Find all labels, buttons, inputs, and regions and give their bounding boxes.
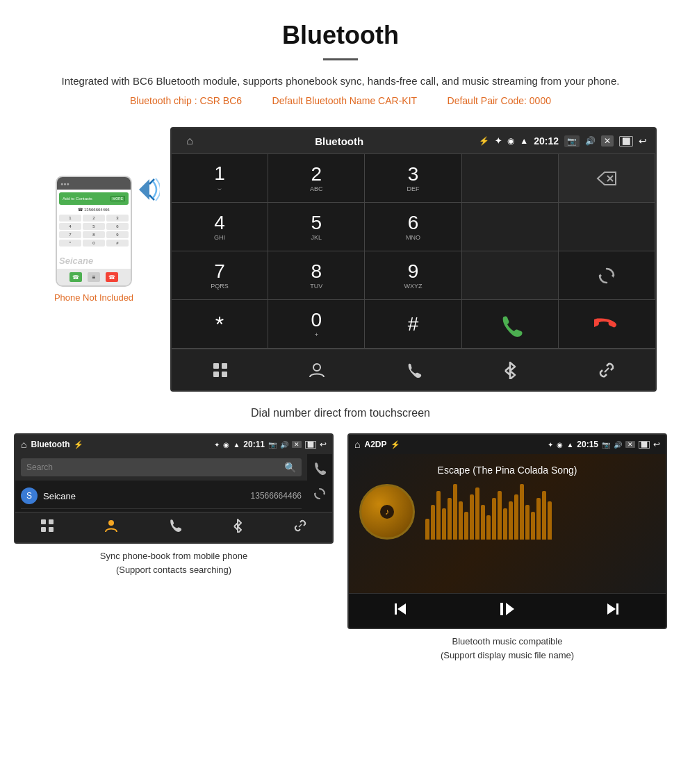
dialpad-key-2[interactable]: 2ABC <box>268 154 365 203</box>
phone-key-7[interactable]: 7 <box>59 231 81 238</box>
home-button[interactable]: ⌂ <box>180 131 199 151</box>
music-caption: Bluetooth music compatible (Support disp… <box>441 635 574 662</box>
pb-link-btn2[interactable] <box>293 519 307 536</box>
phone-end-btn[interactable]: ☎ <box>106 272 118 282</box>
music-body: Escape (The Pina Colada Song) ♪ <box>349 454 666 593</box>
music-visualizer <box>425 484 655 540</box>
page-title: Bluetooth <box>42 21 639 50</box>
phone-btn[interactable] <box>396 353 431 387</box>
pb-vol-icon[interactable]: 🔊 <box>280 441 288 449</box>
vis-bar <box>548 501 552 540</box>
svg-rect-13 <box>41 519 46 524</box>
music-disc-inner: ♪ <box>380 505 394 519</box>
svg-rect-14 <box>49 519 54 524</box>
dialpad-key-7[interactable]: 7PQRS <box>172 251 268 300</box>
pb-person-btn[interactable] <box>104 518 118 537</box>
music-prev-btn[interactable] <box>393 601 410 622</box>
dialpad-key-0[interactable]: 0+ <box>268 300 365 349</box>
spec-code: Default Pair Code: 0000 <box>448 95 551 106</box>
back-icon[interactable]: ↩ <box>639 135 647 147</box>
phone-key-3[interactable]: 3 <box>106 215 129 222</box>
description: Integrated with BC6 Bluetooth module, su… <box>42 73 639 90</box>
dialpad-empty-1 <box>462 154 559 203</box>
music-next-btn[interactable] <box>605 601 621 622</box>
dialpad-key-8[interactable]: 8TUV <box>268 251 365 300</box>
volume-icon[interactable]: 🔊 <box>585 136 596 146</box>
music-win-icon[interactable]: ⬜ <box>639 441 650 449</box>
dialpad-call-red-cell[interactable] <box>559 300 655 349</box>
phone-illustration: ●●● Add to Contacts MORE ☎ 13566664466 1… <box>56 155 132 287</box>
pb-win-icon[interactable]: ⬜ <box>305 441 316 449</box>
pb-grid-btn[interactable] <box>40 519 54 536</box>
music-playpause-btn[interactable] <box>499 601 516 622</box>
phone-key-5[interactable]: 5 <box>83 223 105 230</box>
vis-bar <box>542 491 546 540</box>
phone-key-hash[interactable]: # <box>106 240 129 247</box>
pb-side-refresh-icon[interactable] <box>313 487 327 504</box>
pb-back-icon[interactable]: ↩ <box>320 440 327 449</box>
vis-bar <box>470 494 474 540</box>
phone-key-6[interactable]: 6 <box>106 223 129 230</box>
phone-key-8[interactable]: 8 <box>83 231 105 238</box>
phone-key-4[interactable]: 4 <box>59 223 81 230</box>
vis-bar <box>464 512 468 540</box>
pb-phone-btn2[interactable] <box>168 519 182 536</box>
phone-key-1[interactable]: 1 <box>59 215 81 222</box>
dialpad-key-star[interactable]: * <box>172 300 268 349</box>
grid-btn[interactable] <box>203 353 238 387</box>
pb-bt-btn2[interactable] <box>232 519 243 536</box>
phone-menu-btn[interactable]: ≡ <box>88 272 100 282</box>
music-vol-icon[interactable]: 🔊 <box>614 441 622 449</box>
vis-bar <box>436 491 441 540</box>
dialpad-key-1[interactable]: 1⌣ <box>172 154 268 203</box>
pb-cam-icon[interactable]: 📷 <box>268 441 277 449</box>
phone-key-2[interactable]: 2 <box>83 215 105 222</box>
phone-screen-green-bar: Add to Contacts MORE <box>59 192 129 205</box>
dialpad-key-4[interactable]: 4GHI <box>172 203 268 251</box>
camera-icon[interactable]: 📷 <box>564 135 580 147</box>
vis-bar <box>525 505 530 540</box>
dialpad-call-green-cell[interactable] <box>462 300 559 349</box>
music-home-icon[interactable]: ⌂ <box>354 439 360 450</box>
music-back-icon[interactable]: ↩ <box>653 440 660 449</box>
phone-call-btn[interactable]: ☎ <box>69 272 82 282</box>
pb-contact-avatar: S <box>21 487 38 504</box>
dialpad-key-9[interactable]: 9WXYZ <box>365 251 461 300</box>
music-cam-icon[interactable]: 📷 <box>602 441 610 449</box>
dialpad-refresh[interactable] <box>559 251 655 300</box>
dialpad-key-5[interactable]: 5JKL <box>268 203 365 251</box>
pb-home-icon[interactable]: ⌂ <box>21 439 26 450</box>
music-disc: ♪ <box>359 484 415 540</box>
dialpad-key-6[interactable]: 6MNO <box>365 203 461 251</box>
pb-contact-name: Seicane <box>43 491 251 501</box>
svg-marker-22 <box>607 603 616 615</box>
main-content: ●●● Add to Contacts MORE ☎ 13566664466 1… <box>0 127 681 662</box>
dialpad-backspace[interactable] <box>559 154 655 203</box>
dialpad-key-3[interactable]: 3DEF <box>365 154 461 203</box>
vis-bar <box>520 484 524 540</box>
pb-contact-item[interactable]: S Seicane 13566664466 <box>21 483 302 509</box>
vis-bar <box>509 501 513 540</box>
pb-status-bar: ⌂ Bluetooth ⚡ ✦ ◉ ▲ 20:11 📷 🔊 ✕ ⬜ ↩ <box>15 435 332 454</box>
vis-bar <box>503 508 507 540</box>
contacts-btn[interactable] <box>300 353 334 387</box>
phone-key-star[interactable]: * <box>59 240 81 247</box>
music-caption-line1: Bluetooth music compatible <box>441 635 574 649</box>
pb-search-box[interactable]: Search 🔍 <box>21 458 302 476</box>
svg-rect-15 <box>41 527 46 532</box>
phone-key-9[interactable]: 9 <box>106 231 129 238</box>
phone-key-0[interactable]: 0 <box>83 240 105 247</box>
svg-marker-5 <box>600 274 602 278</box>
window-icon[interactable]: ⬜ <box>619 136 633 147</box>
svg-rect-16 <box>49 527 54 532</box>
pb-contact-number: 13566664466 <box>251 491 302 501</box>
music-close-icon[interactable]: ✕ <box>625 441 635 448</box>
close-icon[interactable]: ✕ <box>601 135 614 147</box>
pb-side-phone-icon[interactable] <box>313 462 327 479</box>
pb-close-icon[interactable]: ✕ <box>292 441 302 448</box>
dialpad-grid: 1⌣ 2ABC 3DEF 4GHI <box>172 153 655 349</box>
app-name: Bluetooth <box>315 135 363 147</box>
link-btn[interactable] <box>589 353 624 387</box>
dialpad-key-hash[interactable]: # <box>365 300 461 349</box>
bluetooth-btn[interactable] <box>493 353 527 387</box>
